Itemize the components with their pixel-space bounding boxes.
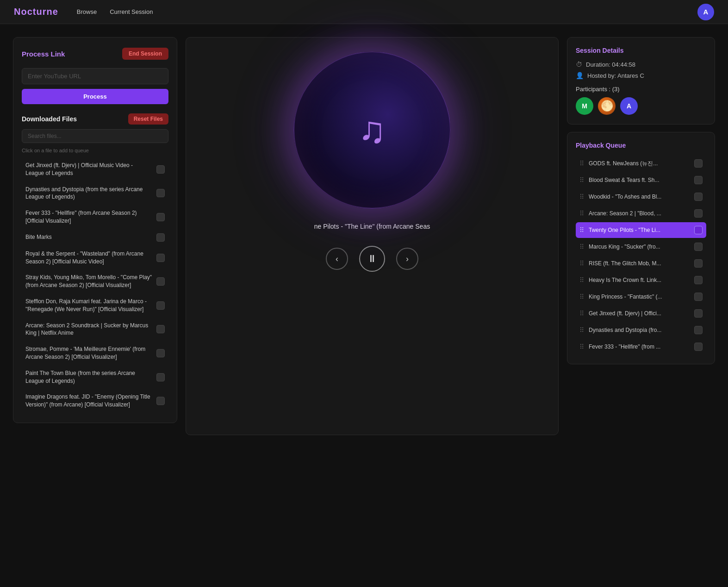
list-item[interactable]: Paint The Town Blue (from the series Arc…	[22, 366, 168, 389]
nav-current-session[interactable]: Current Session	[110, 8, 153, 15]
queue-item[interactable]: ⠿ King Princess - "Fantastic" (...	[576, 289, 706, 305]
file-checkbox[interactable]	[156, 349, 165, 357]
duration-text: Duration: 04:44:58	[586, 61, 635, 68]
drag-handle-icon: ⠿	[579, 310, 584, 317]
list-item[interactable]: Bite Marks	[22, 230, 168, 245]
hosted-text: Hosted by: Antares C	[587, 72, 644, 79]
drag-handle-icon: ⠿	[579, 210, 584, 217]
next-button[interactable]: ›	[396, 248, 418, 270]
downloaded-files-header: Downloaded Files Reset Files	[22, 113, 168, 125]
queue-item-name: Get Jinxed (ft. Djerv) | Offici...	[589, 310, 690, 317]
file-list: Get Jinxed (ft. Djerv) | Official Music …	[22, 158, 168, 412]
duration-row: ⏱ Duration: 04:44:58	[576, 61, 706, 68]
queue-checkbox[interactable]	[694, 209, 703, 218]
file-checkbox[interactable]	[156, 213, 165, 221]
queue-item[interactable]: ⠿ Arcane: Season 2 | "Blood, ...	[576, 206, 706, 221]
participant-avatar-orange[interactable]: 🌕	[598, 97, 616, 115]
file-checkbox[interactable]	[156, 301, 165, 310]
queue-item-name: Dynasties and Dystopia (fro...	[589, 327, 690, 333]
nav-browse[interactable]: Browse	[77, 8, 97, 15]
queue-item-name: Heavy Is The Crown ft. Link...	[589, 277, 690, 283]
next-icon: ›	[406, 254, 409, 264]
queue-item[interactable]: ⠿ GODS ft. NewJeans (뉴진...	[576, 156, 706, 171]
session-details-card: Session Details ⏱ Duration: 04:44:58 👤 H…	[567, 37, 715, 125]
queue-item[interactable]: ⠿ Marcus King - "Sucker" (fro...	[576, 239, 706, 255]
queue-checkbox[interactable]	[694, 343, 703, 351]
queue-checkbox[interactable]	[694, 276, 703, 284]
file-item-name: Get Jinxed (ft. Djerv) | Official Music …	[25, 162, 156, 177]
downloaded-files-title: Downloaded Files	[22, 115, 77, 123]
file-checkbox[interactable]	[156, 189, 165, 197]
left-panel: Process Link End Session Process Downloa…	[13, 37, 177, 423]
file-item-name: Stefflon Don, Raja Kumari feat. Jarina d…	[25, 298, 156, 313]
list-item[interactable]: Stray Kids, Young Miko, Tom Morello - "C…	[22, 270, 168, 293]
list-item[interactable]: Royal & the Serpent - "Wasteland" (from …	[22, 246, 168, 269]
drag-handle-icon: ⠿	[579, 343, 584, 350]
queue-item[interactable]: ⠿ Get Jinxed (ft. Djerv) | Offici...	[576, 306, 706, 321]
participant-avatar-a[interactable]: A	[620, 97, 638, 115]
avatar[interactable]: A	[697, 4, 714, 20]
drag-handle-icon: ⠿	[579, 326, 584, 334]
queue-item-name: GODS ft. NewJeans (뉴진...	[589, 160, 690, 168]
participant-avatar-m[interactable]: M	[576, 97, 593, 115]
file-checkbox[interactable]	[156, 277, 165, 286]
queue-checkbox[interactable]	[694, 176, 703, 184]
list-item[interactable]: Fever 333 - "Hellfire" (from Arcane Seas…	[22, 206, 168, 229]
queue-item[interactable]: ⠿ Twenty One Pilots - "The Li...	[576, 222, 706, 238]
queue-item-name: Twenty One Pilots - "The Li...	[589, 227, 690, 233]
clock-icon: ⏱	[576, 61, 582, 68]
process-button[interactable]: Process	[22, 89, 168, 104]
list-item[interactable]: Arcane: Season 2 Soundtrack | Sucker by …	[22, 318, 168, 341]
list-item[interactable]: Dynasties and Dystopia (from the series …	[22, 182, 168, 205]
playback-queue-title: Playback Queue	[576, 142, 706, 149]
queue-checkbox[interactable]	[694, 243, 703, 251]
queue-item[interactable]: ⠿ Heavy Is The Crown ft. Link...	[576, 272, 706, 288]
queue-item-name: Arcane: Season 2 | "Blood, ...	[589, 210, 690, 217]
file-checkbox[interactable]	[156, 325, 165, 333]
pause-button[interactable]: ⏸	[359, 246, 385, 272]
drag-handle-icon: ⠿	[579, 176, 584, 184]
drag-handle-icon: ⠿	[579, 193, 584, 200]
queue-item[interactable]: ⠿ Woodkid - "To Ashes and Bl...	[576, 189, 706, 205]
drag-handle-icon: ⠿	[579, 160, 584, 167]
queue-checkbox[interactable]	[694, 159, 703, 168]
avatars-row: M 🌕 A	[576, 97, 706, 115]
file-checkbox[interactable]	[156, 233, 165, 242]
navbar-brand: Nocturne	[14, 6, 58, 17]
search-files-input[interactable]	[22, 129, 168, 143]
list-item[interactable]: Get Jinxed (ft. Djerv) | Official Music …	[22, 158, 168, 181]
file-checkbox[interactable]	[156, 397, 165, 405]
reset-files-button[interactable]: Reset Files	[128, 113, 168, 125]
queue-item[interactable]: ⠿ RISE (ft. The Glitch Mob, M...	[576, 256, 706, 271]
queue-checkbox[interactable]	[694, 326, 703, 334]
queue-checkbox[interactable]	[694, 226, 703, 234]
list-item[interactable]: Stefflon Don, Raja Kumari feat. Jarina d…	[22, 294, 168, 317]
drag-handle-icon: ⠿	[579, 243, 584, 250]
queue-item-name: Fever 333 - "Hellfire" (from ...	[589, 343, 690, 350]
youtube-url-input[interactable]	[22, 68, 168, 84]
file-item-name: Stromae, Pomme - 'Ma Meilleure Ennemie' …	[25, 345, 156, 361]
queue-checkbox[interactable]	[694, 259, 703, 268]
queue-checkbox[interactable]	[694, 309, 703, 318]
queue-checkbox[interactable]	[694, 193, 703, 201]
queue-item[interactable]: ⠿ Blood Sweat & Tears ft. Sh...	[576, 172, 706, 188]
prev-button[interactable]: ‹	[326, 248, 348, 270]
process-link-header: Process Link End Session	[22, 48, 168, 60]
end-session-button[interactable]: End Session	[122, 48, 168, 60]
queue-item-name: King Princess - "Fantastic" (...	[589, 294, 690, 300]
list-item[interactable]: Imagine Dragons feat. JID - "Enemy (Open…	[22, 389, 168, 412]
now-playing-text: ne Pilots - "The Line" (from Arcane Seas	[314, 223, 430, 230]
navbar: Nocturne Browse Current Session A	[0, 0, 728, 24]
list-item[interactable]: Stromae, Pomme - 'Ma Meilleure Ennemie' …	[22, 342, 168, 365]
queue-item[interactable]: ⠿ Fever 333 - "Hellfire" (from ...	[576, 339, 706, 355]
file-checkbox[interactable]	[156, 165, 165, 174]
queue-item-name: Marcus King - "Sucker" (fro...	[589, 244, 690, 250]
music-note-icon: ♫	[358, 112, 386, 149]
hosted-row: 👤 Hosted by: Antares C	[576, 72, 706, 79]
drag-handle-icon: ⠿	[579, 276, 584, 284]
file-checkbox[interactable]	[156, 254, 165, 262]
queue-item[interactable]: ⠿ Dynasties and Dystopia (fro...	[576, 322, 706, 338]
playback-queue-card: Playback Queue ⠿ GODS ft. NewJeans (뉴진..…	[567, 132, 715, 364]
file-checkbox[interactable]	[156, 373, 165, 381]
queue-checkbox[interactable]	[694, 293, 703, 301]
